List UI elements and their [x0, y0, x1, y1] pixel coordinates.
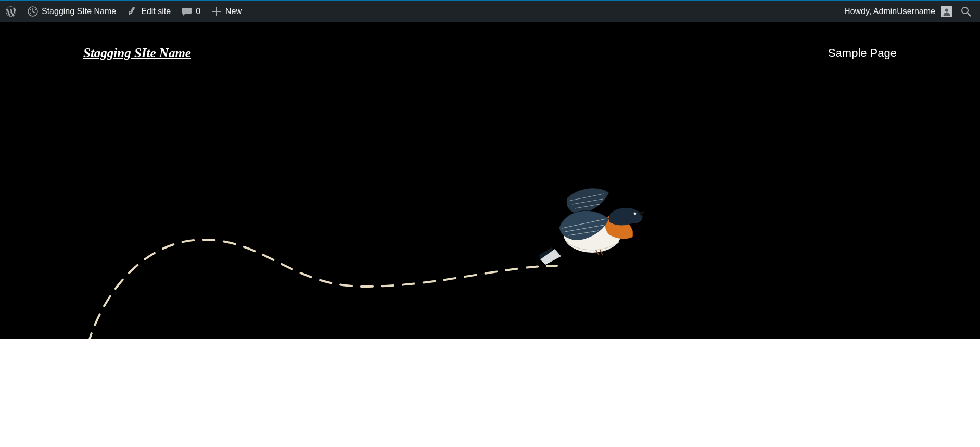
bird-illustration [531, 177, 645, 271]
nav-link-sample-page[interactable]: Sample Page [828, 46, 897, 59]
admin-bar-left: Stagging SIte Name Edit site 0 New [0, 1, 247, 22]
edit-site-label: Edit site [141, 7, 171, 16]
svg-line-6 [968, 13, 971, 16]
flight-trail-icon [73, 219, 567, 339]
greeting-label: Howdy, AdminUsername [844, 7, 935, 16]
plus-icon [211, 6, 222, 17]
primary-nav: Sample Page [828, 46, 897, 60]
new-content-label: New [225, 7, 242, 16]
site-title-link[interactable]: Stagging SIte Name [83, 46, 191, 60]
svg-point-3 [30, 13, 31, 14]
wp-logo-menu[interactable] [0, 1, 22, 22]
svg-point-5 [962, 7, 968, 14]
svg-point-4 [945, 8, 948, 11]
search-menu[interactable] [957, 1, 975, 22]
admin-bar-right: Howdy, AdminUsername [839, 1, 980, 22]
site-hero: Stagging SIte Name Sample Page [0, 21, 980, 339]
svg-point-8 [634, 213, 637, 215]
site-name-menu[interactable]: Stagging SIte Name [22, 1, 121, 22]
site-header: Stagging SIte Name Sample Page [0, 21, 980, 60]
edit-site-menu[interactable]: Edit site [121, 1, 176, 22]
wp-admin-bar: Stagging SIte Name Edit site 0 New [0, 0, 980, 22]
search-icon [960, 6, 972, 17]
dashboard-icon [27, 6, 39, 17]
viewport: Stagging SIte Name Edit site 0 New [0, 0, 980, 447]
avatar-icon [941, 6, 952, 17]
new-content-menu[interactable]: New [206, 1, 247, 22]
page-body-white [0, 339, 980, 447]
site-name-label: Stagging SIte Name [42, 7, 116, 16]
comments-count: 0 [196, 7, 200, 16]
comments-menu[interactable]: 0 [176, 1, 206, 22]
my-account-menu[interactable]: Howdy, AdminUsername [839, 1, 957, 22]
wordpress-logo-icon [5, 6, 17, 17]
svg-point-1 [30, 9, 31, 10]
svg-point-2 [35, 9, 36, 10]
edit-icon [126, 6, 138, 17]
comments-icon [181, 6, 193, 17]
